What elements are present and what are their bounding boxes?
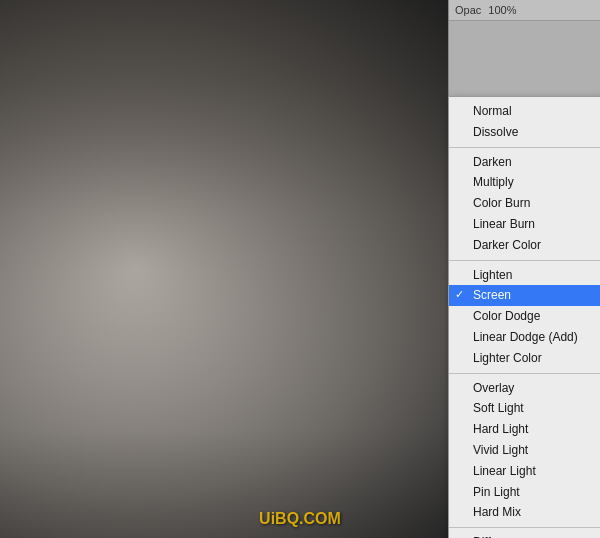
menu-separator <box>449 373 600 374</box>
menu-separator <box>449 527 600 528</box>
menu-item-soft-light[interactable]: Soft Light <box>449 398 600 419</box>
menu-item-overlay[interactable]: Overlay <box>449 378 600 399</box>
menu-item-darken[interactable]: Darken <box>449 152 600 173</box>
menu-item-color-burn[interactable]: Color Burn <box>449 193 600 214</box>
menu-item-linear-light[interactable]: Linear Light <box>449 461 600 482</box>
menu-item-linear-dodge[interactable]: Linear Dodge (Add) <box>449 327 600 348</box>
menu-separator <box>449 260 600 261</box>
menu-item-dissolve[interactable]: Dissolve <box>449 122 600 143</box>
menu-item-lighten[interactable]: Lighten <box>449 265 600 286</box>
menu-item-linear-burn[interactable]: Linear Burn <box>449 214 600 235</box>
menu-item-hard-mix[interactable]: Hard Mix <box>449 502 600 523</box>
opacity-value: 100% <box>488 4 516 16</box>
menu-item-difference[interactable]: Difference <box>449 532 600 538</box>
opacity-label: Opac <box>455 4 481 16</box>
menu-item-screen[interactable]: Screen <box>449 285 600 306</box>
menu-item-color-dodge[interactable]: Color Dodge <box>449 306 600 327</box>
menu-item-lighter-color[interactable]: Lighter Color <box>449 348 600 369</box>
menu-item-hard-light[interactable]: Hard Light <box>449 419 600 440</box>
menu-item-pin-light[interactable]: Pin Light <box>449 482 600 503</box>
silhouette-overlay <box>0 0 450 538</box>
menu-item-darker-color[interactable]: Darker Color <box>449 235 600 256</box>
menu-item-multiply[interactable]: Multiply <box>449 172 600 193</box>
menu-item-normal[interactable]: Normal <box>449 101 600 122</box>
menu-separator <box>449 147 600 148</box>
blend-mode-dropdown: NormalDissolveDarkenMultiplyColor BurnLi… <box>448 96 600 538</box>
menu-item-vivid-light[interactable]: Vivid Light <box>449 440 600 461</box>
